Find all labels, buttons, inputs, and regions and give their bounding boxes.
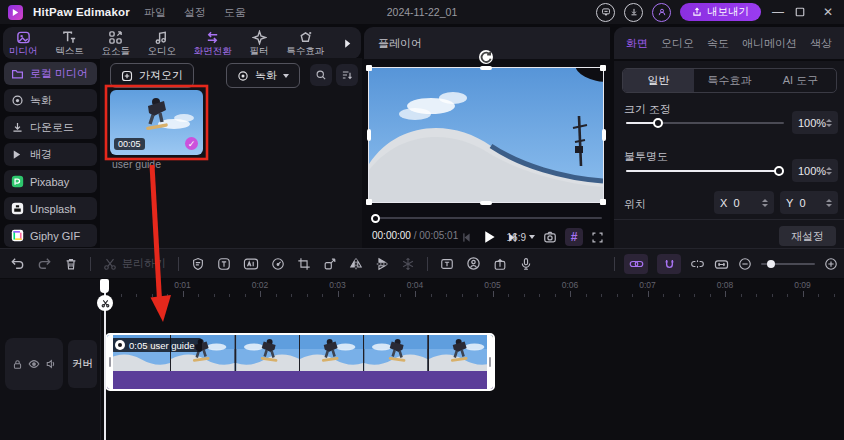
tab-color[interactable]: 색상: [810, 36, 832, 51]
subtitle-badge-button[interactable]: [191, 257, 205, 271]
fullscreen-button[interactable]: [591, 231, 604, 244]
cover-button[interactable]: 커버: [68, 340, 97, 388]
tab-text[interactable]: 텍스트: [55, 30, 84, 56]
timeline-zoom-slider[interactable]: [761, 263, 815, 265]
scale-slider[interactable]: [626, 118, 784, 128]
subtab-ai-tools[interactable]: AI 도구: [765, 69, 836, 92]
media-clip-thumbnail[interactable]: 00:05 ✓: [110, 90, 203, 155]
add-text-button[interactable]: [217, 257, 231, 271]
resize-handle-bottomleft[interactable]: [366, 199, 372, 205]
reset-button[interactable]: 재설정: [779, 226, 836, 246]
maximize-button[interactable]: [795, 7, 811, 17]
resize-handle-topright[interactable]: [600, 65, 606, 71]
zoom-in-button[interactable]: [824, 257, 838, 271]
import-button[interactable]: 가져오기: [110, 63, 194, 88]
hide-track-icon[interactable]: [28, 358, 40, 370]
seek-knob[interactable]: [371, 214, 380, 223]
ai-subtitle-button[interactable]: [243, 257, 259, 271]
grid-toggle-button[interactable]: #: [565, 228, 583, 246]
fit-timeline-button[interactable]: [714, 258, 729, 271]
opacity-slider-handle[interactable]: [774, 166, 784, 176]
video-preview[interactable]: [368, 67, 604, 203]
scale-tool-button[interactable]: [323, 257, 337, 271]
scale-stepper[interactable]: 100%: [792, 111, 838, 134]
speed-button[interactable]: [271, 257, 285, 271]
player-seekbar[interactable]: [372, 217, 602, 219]
aspect-ratio-select[interactable]: 16:9: [507, 232, 535, 243]
resize-handle-topleft[interactable]: [366, 65, 372, 71]
resize-handle-top[interactable]: [480, 66, 492, 70]
trim-handle-right[interactable]: [487, 335, 493, 389]
tab-audio-props[interactable]: 오디오: [661, 36, 694, 51]
sidebar-item-giphy[interactable]: Giphy GIF: [4, 224, 97, 247]
tab-video[interactable]: 화면: [626, 36, 648, 51]
link-clips-button[interactable]: [624, 254, 648, 274]
opacity-slider[interactable]: [626, 166, 784, 176]
position-x-stepper[interactable]: X 0: [714, 191, 774, 214]
tab-audio[interactable]: 오디오: [148, 30, 177, 56]
resize-handle-right[interactable]: [602, 129, 606, 141]
resize-handle-left[interactable]: [367, 129, 371, 141]
playhead-handle[interactable]: [100, 279, 109, 293]
magnet-snap-button[interactable]: [657, 254, 681, 274]
unlink-clips-button[interactable]: [690, 258, 705, 270]
split-button[interactable]: 분리하기: [103, 256, 166, 271]
sidebar-item-unsplash[interactable]: Unsplash: [4, 197, 97, 220]
upload-frame-button[interactable]: [493, 257, 507, 271]
menu-file[interactable]: 파일: [140, 5, 170, 20]
sidebar-item-pixabay[interactable]: Pixabay: [4, 170, 97, 193]
account-icon[interactable]: [652, 3, 671, 22]
search-button[interactable]: [310, 64, 332, 86]
menu-settings[interactable]: 설정: [180, 5, 210, 20]
flip-horizontal-button[interactable]: [349, 257, 363, 271]
rotate-handle[interactable]: [479, 50, 493, 64]
timeline[interactable]: 0:010:020:030:040:050:060:070:080:09 커버: [0, 279, 844, 440]
tab-transition[interactable]: 화면전환: [194, 30, 232, 56]
trim-handle-left[interactable]: [107, 335, 113, 389]
play-button[interactable]: [482, 230, 496, 244]
text-template-button[interactable]: [440, 257, 454, 271]
snapshot-button[interactable]: [543, 230, 557, 244]
delete-button[interactable]: [64, 257, 78, 271]
close-button[interactable]: ✕: [820, 5, 836, 19]
tab-effects[interactable]: 특수효과: [286, 30, 324, 56]
opacity-stepper[interactable]: 100%: [792, 159, 838, 182]
position-y-stepper[interactable]: Y 0: [780, 191, 838, 214]
voiceover-mic-button[interactable]: [519, 257, 533, 271]
expand-tabs-arrow-icon[interactable]: [342, 38, 353, 49]
zoom-out-button[interactable]: [738, 257, 752, 271]
download-center-icon[interactable]: [624, 3, 643, 22]
timeline-video-clip[interactable]: 0:05 user guide: [105, 333, 495, 391]
tab-animation[interactable]: 애니메이션: [742, 36, 797, 51]
zoom-slider-knob[interactable]: [767, 260, 775, 268]
record-button[interactable]: 녹화: [226, 63, 300, 88]
freeze-frame-button[interactable]: [401, 257, 415, 271]
mute-track-icon[interactable]: [45, 358, 57, 370]
feedback-icon[interactable]: [596, 3, 615, 22]
sort-button[interactable]: [336, 64, 358, 86]
sidebar-item-background[interactable]: 배경: [4, 143, 97, 166]
tab-filter[interactable]: 필터: [250, 30, 269, 56]
subtab-general[interactable]: 일반: [623, 69, 694, 92]
flip-vertical-button[interactable]: [375, 257, 389, 271]
prev-frame-button[interactable]: [461, 232, 472, 243]
crop-button[interactable]: [297, 257, 311, 271]
minimize-button[interactable]: —: [770, 5, 786, 19]
sidebar-item-local-media[interactable]: 로컬 미디어: [4, 62, 97, 85]
resize-handle-bottomright[interactable]: [600, 199, 606, 205]
export-button[interactable]: 내보내기: [680, 3, 761, 21]
sidebar-item-download[interactable]: 다운로드: [4, 116, 97, 139]
sidebar-item-record[interactable]: 녹화: [4, 89, 97, 112]
playhead-split-button[interactable]: [97, 295, 113, 311]
scale-slider-handle[interactable]: [653, 118, 663, 128]
avatar-button[interactable]: [466, 256, 481, 271]
resize-handle-bottom[interactable]: [480, 201, 492, 205]
redo-button[interactable]: [37, 256, 52, 271]
tab-media[interactable]: 미디어: [9, 30, 38, 56]
menu-help[interactable]: 도움: [220, 5, 250, 20]
tab-speed[interactable]: 속도: [707, 36, 729, 51]
undo-button[interactable]: [10, 256, 25, 271]
lock-track-icon[interactable]: [12, 359, 23, 370]
subtab-effects[interactable]: 특수효과: [694, 69, 765, 92]
timeline-ruler[interactable]: 0:010:020:030:040:050:060:070:080:09: [0, 279, 844, 297]
